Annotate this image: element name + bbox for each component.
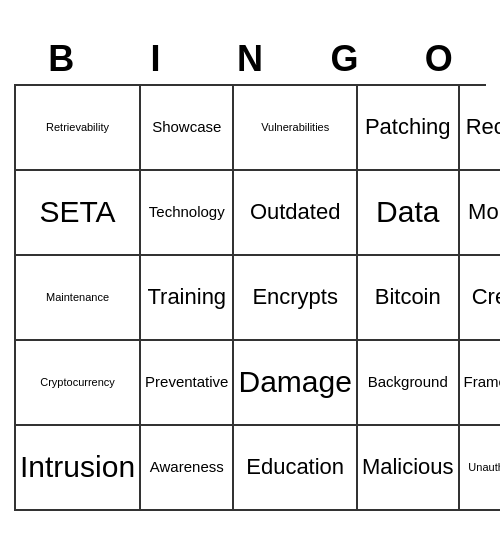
cell-label: Outdated bbox=[250, 199, 341, 224]
cell-label: Patching bbox=[365, 114, 451, 139]
cell-label: Background bbox=[368, 373, 448, 390]
cell-label: Money bbox=[468, 199, 500, 224]
bingo-cell: Showcase bbox=[141, 86, 234, 171]
header-letter: I bbox=[108, 34, 202, 84]
header-letter: O bbox=[392, 34, 486, 84]
bingo-cell: Vulnerabilities bbox=[234, 86, 357, 171]
bingo-cell: Education bbox=[234, 426, 357, 511]
bingo-grid: RetrievabilityShowcaseVulnerabilitiesPat… bbox=[14, 84, 486, 511]
bingo-cell: Training bbox=[141, 256, 234, 341]
cell-label: Malicious bbox=[362, 454, 454, 479]
cell-label: Awareness bbox=[150, 458, 224, 475]
bingo-container: BINGO RetrievabilityShowcaseVulnerabilit… bbox=[10, 30, 490, 515]
header-letter: B bbox=[14, 34, 108, 84]
bingo-cell: Credit bbox=[460, 256, 500, 341]
bingo-cell: Awareness bbox=[141, 426, 234, 511]
bingo-cell: Retrievability bbox=[16, 86, 141, 171]
cell-label: Data bbox=[376, 195, 439, 230]
bingo-cell: Malicious bbox=[358, 426, 460, 511]
cell-label: SETA bbox=[39, 195, 115, 230]
bingo-cell: Unauthorized bbox=[460, 426, 500, 511]
bingo-cell: Patching bbox=[358, 86, 460, 171]
bingo-cell: Intrusion bbox=[16, 426, 141, 511]
bingo-cell: Damage bbox=[234, 341, 357, 426]
cell-label: Bitcoin bbox=[375, 284, 441, 309]
cell-label: Credit bbox=[472, 284, 500, 309]
bingo-cell: Money bbox=[460, 171, 500, 256]
bingo-cell: Encrypts bbox=[234, 256, 357, 341]
bingo-cell: Outdated bbox=[234, 171, 357, 256]
bingo-cell: SETA bbox=[16, 171, 141, 256]
cell-label: Training bbox=[147, 284, 226, 309]
header-letter: N bbox=[203, 34, 297, 84]
cell-label: Unauthorized bbox=[468, 461, 500, 474]
bingo-cell: Maintenance bbox=[16, 256, 141, 341]
header-letter: G bbox=[297, 34, 391, 84]
cell-label: Framework bbox=[464, 373, 500, 390]
cell-label: Encrypts bbox=[252, 284, 338, 309]
cell-label: Maintenance bbox=[46, 291, 109, 304]
cell-label: Intrusion bbox=[20, 450, 135, 485]
bingo-cell: Data bbox=[358, 171, 460, 256]
cell-label: Vulnerabilities bbox=[261, 121, 329, 134]
cell-label: Record bbox=[466, 114, 500, 139]
cell-label: Preventative bbox=[145, 373, 228, 390]
bingo-cell: Bitcoin bbox=[358, 256, 460, 341]
cell-label: Cryptocurrency bbox=[40, 376, 115, 389]
bingo-cell: Technology bbox=[141, 171, 234, 256]
bingo-cell: Cryptocurrency bbox=[16, 341, 141, 426]
cell-label: Showcase bbox=[152, 118, 221, 135]
bingo-cell: Record bbox=[460, 86, 500, 171]
bingo-cell: Preventative bbox=[141, 341, 234, 426]
bingo-cell: Background bbox=[358, 341, 460, 426]
cell-label: Technology bbox=[149, 203, 225, 220]
bingo-header: BINGO bbox=[14, 34, 486, 84]
cell-label: Education bbox=[246, 454, 344, 479]
bingo-cell: Framework bbox=[460, 341, 500, 426]
cell-label: Retrievability bbox=[46, 121, 109, 134]
cell-label: Damage bbox=[238, 365, 351, 400]
